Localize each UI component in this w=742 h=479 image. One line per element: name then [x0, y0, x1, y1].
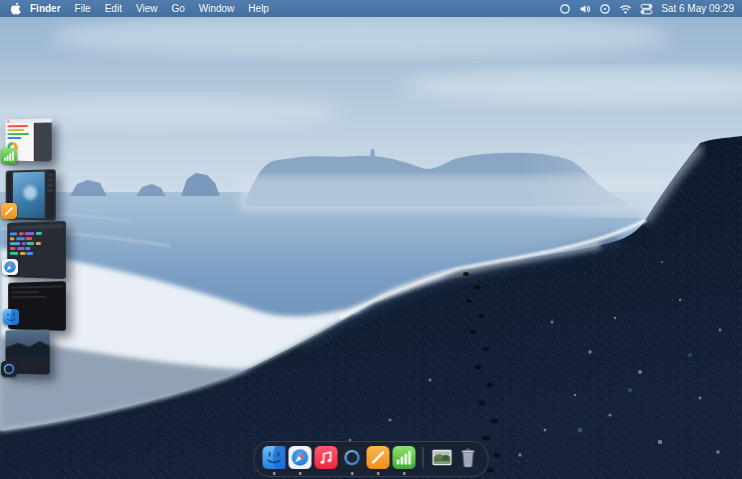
mountain-photo — [5, 329, 49, 358]
safari-icon[interactable] — [289, 446, 312, 469]
wifi-icon[interactable] — [619, 3, 632, 15]
running-indicator — [273, 472, 276, 475]
volume-icon[interactable] — [579, 3, 591, 15]
stage-window-finder[interactable] — [6, 282, 60, 322]
menu-bar: Finder File Edit View Go Window Help — [0, 0, 742, 17]
running-indicator — [377, 472, 380, 475]
running-indicator — [299, 472, 302, 475]
control-center-icon[interactable] — [640, 3, 653, 15]
music-icon[interactable] — [315, 446, 338, 469]
menu-view[interactable]: View — [129, 3, 165, 14]
running-indicator — [403, 472, 406, 475]
chart-app-icon — [1, 148, 17, 164]
apple-menu[interactable] — [8, 2, 28, 15]
apple-icon — [10, 2, 21, 15]
close-button-dot — [7, 120, 9, 122]
wallpaper-beach — [0, 0, 742, 479]
menu-window[interactable]: Window — [192, 3, 242, 14]
chart-app-icon[interactable] — [393, 446, 416, 469]
menu-file[interactable]: File — [68, 3, 98, 14]
menu-go[interactable]: Go — [164, 3, 191, 14]
dock — [254, 441, 489, 477]
stage-window-image-editor[interactable] — [4, 170, 52, 216]
menu-app-name[interactable]: Finder — [28, 3, 68, 14]
menu-clock[interactable]: Sat 6 May 09:29 — [661, 3, 734, 14]
finder-icon — [3, 309, 19, 325]
running-indicator — [351, 472, 354, 475]
status-circle-icon[interactable] — [559, 3, 571, 15]
trash-icon[interactable] — [457, 446, 480, 469]
menu-edit[interactable]: Edit — [98, 3, 129, 14]
picture-file-icon[interactable] — [431, 446, 454, 469]
menu-help[interactable]: Help — [241, 3, 276, 14]
finder-icon[interactable] — [263, 446, 286, 469]
ring-app-icon[interactable] — [341, 446, 364, 469]
status-ring-icon[interactable] — [599, 3, 611, 15]
edited-photo — [13, 172, 45, 219]
dock-separator — [423, 447, 424, 468]
stage-window-safari[interactable] — [5, 222, 60, 272]
stage-window-stats-app[interactable] — [4, 119, 52, 161]
pencil-app-icon[interactable] — [367, 446, 390, 469]
pencil-app-icon — [1, 203, 17, 219]
ring-app-icon — [1, 361, 17, 377]
safari-icon — [2, 259, 18, 275]
stage-window-photo-viewer[interactable] — [4, 330, 50, 374]
